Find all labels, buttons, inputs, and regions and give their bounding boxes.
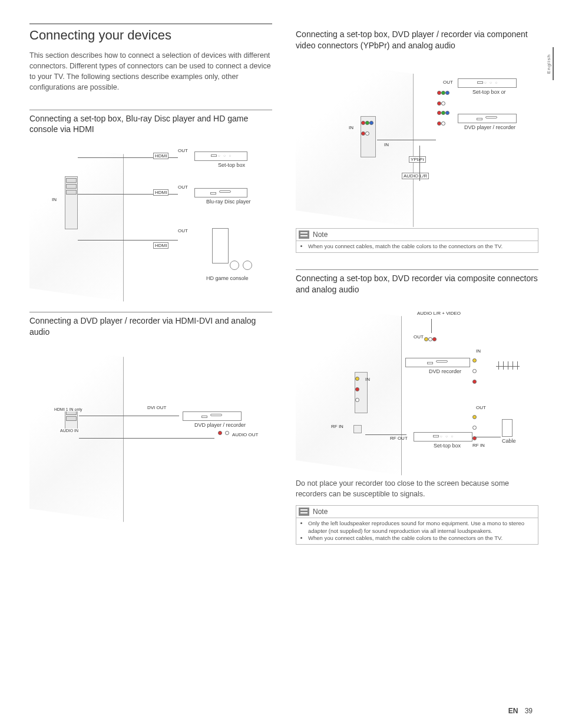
label-settop-or: Set-top box or	[472, 89, 506, 95]
note-icon	[299, 508, 309, 516]
note-title-1: Note	[313, 230, 328, 239]
label-in-tv: IN	[349, 125, 353, 130]
section1-heading: Connecting a set-top box, Blu-ray Disc p…	[29, 110, 272, 136]
label-audiolr: AUDIO L/R	[402, 173, 429, 179]
label-in-cable: IN	[384, 142, 389, 147]
label-rfin-stb: RF IN	[472, 443, 485, 448]
note-box-2: Note Only the left loudspeaker reproduce…	[296, 505, 538, 545]
note-body-1: When you connect cables, match the cable…	[296, 241, 538, 252]
note-icon	[299, 230, 309, 239]
label-in-tv2: IN	[365, 377, 370, 382]
label-bluray: Blu-ray Disc player	[206, 199, 251, 205]
left-column: Connecting your devices This section des…	[29, 24, 272, 561]
label-dvd-rec2: DVD recorder	[429, 368, 461, 374]
label-out-top: OUT	[414, 334, 424, 340]
label-rfin-tv: RF IN	[331, 424, 343, 429]
note-title-2: Note	[313, 508, 328, 516]
label-console: HD game console	[206, 275, 249, 281]
label-dvi-out: DVI OUT	[147, 405, 166, 410]
label-rfout: RF OUT	[390, 436, 408, 441]
section4-heading: Connecting a set-top box, DVD recorder v…	[296, 269, 538, 295]
label-ypbpr: YPbPr	[409, 156, 426, 163]
note-item: When you connect cables, match the cable…	[308, 535, 530, 542]
note-body-2: Only the left loudspeaker reproduces sou…	[296, 518, 538, 544]
page-title: Connecting your devices	[29, 24, 272, 43]
label-settop: Set-top box	[218, 162, 245, 168]
intro-text: This section describes how to connect a …	[29, 50, 272, 93]
diagram-composite: RF IN AUDIO L/R + VIDEO OUT DVD recorder…	[296, 301, 538, 460]
label-out-1: OUT	[178, 148, 188, 153]
footer-page: 39	[525, 707, 533, 715]
label-out-3: OUT	[178, 228, 188, 233]
label-cable: Cable	[502, 438, 516, 444]
label-out-stb: OUT	[476, 405, 486, 410]
note-box-1: Note When you connect cables, match the …	[296, 228, 538, 253]
label-dvd: DVD player / recorder	[194, 422, 246, 428]
note-item: Only the left loudspeaker reproduces sou…	[308, 520, 530, 535]
label-out-1: OUT	[443, 80, 453, 85]
label-out-2: OUT	[178, 185, 188, 190]
label-hdmi1-in: HDMI 1 IN only	[53, 407, 83, 411]
language-label: English	[547, 54, 552, 73]
section3-heading: Connecting a set-top box, DVD player / r…	[296, 26, 538, 51]
label-in: IN	[52, 197, 57, 202]
label-hdmi-2: HDMI	[153, 189, 168, 196]
language-tab: English	[546, 47, 554, 80]
footer-lang: EN	[508, 707, 518, 715]
diagram-ypbpr: IN OUT ○ ○ ○ Set-top box or OUT DVD play…	[296, 57, 538, 210]
label-in-dvd: IN	[476, 348, 481, 354]
label-settop2: Set-top box	[434, 443, 461, 449]
right-column: Connecting a set-top box, DVD player / r…	[296, 24, 538, 561]
label-audio-out: AUDIO OUT	[232, 432, 258, 437]
label-hdmi-3: HDMI	[153, 242, 168, 249]
section4-body: Do not place your recorder too close to …	[296, 478, 538, 499]
section2-heading: Connecting a DVD player / recorder via H…	[29, 312, 272, 338]
note-item: When you connect cables, match the cable…	[308, 243, 530, 250]
label-av: AUDIO L/R + VIDEO	[417, 311, 461, 316]
label-dvd-rec: DVD player / recorder	[464, 124, 515, 130]
page-footer: EN 39	[508, 707, 533, 715]
diagram-hdmi: IN HDMI OUT ○ ○ ○ Set-top box HDMI OUT B…	[29, 141, 272, 294]
diagram-hdmi-dvi: HDMI 1 IN only AUDIO IN DVI OUT DVD play…	[29, 344, 272, 509]
label-audio-in: AUDIO IN	[59, 429, 80, 433]
label-hdmi-1: HDMI	[153, 153, 168, 159]
